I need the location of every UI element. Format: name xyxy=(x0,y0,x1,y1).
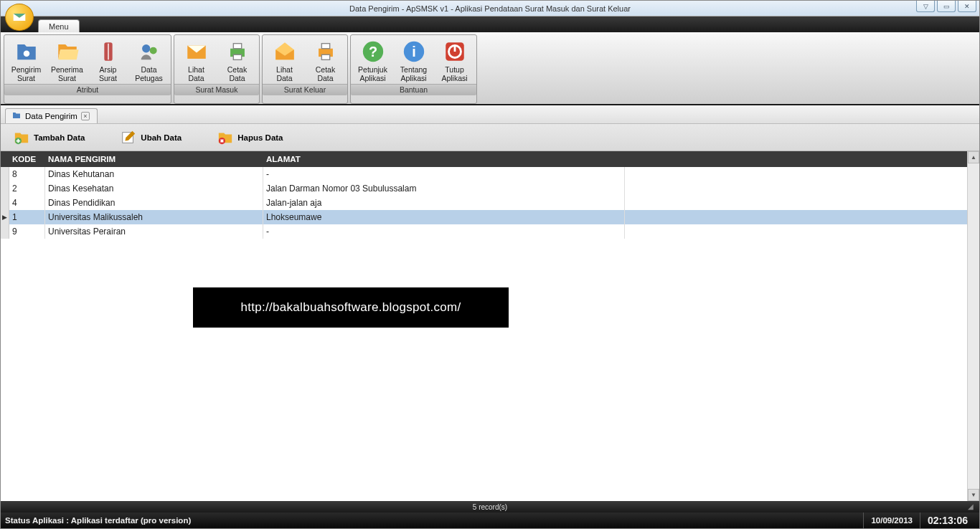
close-button[interactable]: ✕ xyxy=(958,1,976,12)
minimize-button[interactable]: ▽ xyxy=(916,1,935,12)
edit-icon xyxy=(121,130,136,146)
svg-text:?: ? xyxy=(368,44,377,59)
grid-header: KODE NAMA PENGIRIM ALAMAT xyxy=(1,151,967,167)
table-row[interactable]: ▶1Universitas MalikussalehLhokseumawe xyxy=(1,210,967,224)
row-indicator xyxy=(1,196,9,210)
ribbon-group-atribut: Pengirim SuratPenerima SuratArsip SuratD… xyxy=(4,34,171,104)
users-icon xyxy=(136,39,162,65)
table-row[interactable]: 2Dinas KesehatanJalan Darman Nomor 03 Su… xyxy=(1,181,967,196)
tab-data-pengirim[interactable]: Data Pengirim × xyxy=(5,108,98,123)
menu-tab[interactable]: Menu xyxy=(38,19,80,32)
ribbon-group-label: Surat Masuk xyxy=(174,84,259,95)
ribbon-lihat-data[interactable]: Lihat Data xyxy=(176,37,217,84)
status-time: 02:13:06 xyxy=(920,513,975,528)
delete-icon xyxy=(217,130,233,146)
add-label: Tambah Data xyxy=(34,133,85,142)
vertical-scrollbar[interactable]: ▲ ▼ xyxy=(967,151,979,501)
help-icon: ? xyxy=(360,39,386,65)
ribbon-group-bantuan: ?Petunjuk AplikasiiTentang AplikasiTutup… xyxy=(350,34,477,104)
ribbon-label: Data Petugas xyxy=(135,66,163,82)
ribbon-penerima-surat[interactable]: Penerima Surat xyxy=(47,37,88,84)
row-indicator xyxy=(1,181,9,196)
header-kode[interactable]: KODE xyxy=(9,155,45,163)
records-count: 5 record(s) xyxy=(473,503,507,511)
ribbon-label: Lihat Data xyxy=(276,66,293,82)
records-bar: 5 record(s) ◢ xyxy=(1,501,979,513)
table-row[interactable]: 9Universitas Perairan- xyxy=(1,224,967,239)
maximize-button[interactable]: ▭ xyxy=(937,1,956,12)
ribbon-label: Tentang Aplikasi xyxy=(400,66,427,82)
ribbon-lihat-data[interactable]: Lihat Data xyxy=(264,37,305,84)
titlebar: Data Pengirim - ApSMSK v1 - Aplikasi Pen… xyxy=(1,1,979,16)
printer-icon xyxy=(225,39,250,65)
cell-alamat: - xyxy=(263,167,625,181)
app-header: Menu xyxy=(1,16,979,32)
ribbon-label: Arsip Surat xyxy=(99,66,117,82)
cell-nama: Dinas Kesehatan xyxy=(45,181,263,196)
status-date: 10/09/2013 xyxy=(863,513,920,528)
header-alamat[interactable]: ALAMAT xyxy=(263,155,625,163)
cell-kode: 2 xyxy=(9,181,45,196)
ribbon-tentang-aplikasi[interactable]: iTentang Aplikasi xyxy=(393,37,434,84)
cell-alamat: - xyxy=(263,224,625,239)
table-row[interactable]: 4Dinas PendidikanJalan-jalan aja xyxy=(1,196,967,210)
ribbon-group-surat-keluar: Lihat DataCetak DataSurat Keluar xyxy=(262,34,348,104)
ribbon-pengirim-surat[interactable]: Pengirim Surat xyxy=(6,37,47,84)
window-title: Data Pengirim - ApSMSK v1 - Aplikasi Pen… xyxy=(349,4,631,13)
row-indicator xyxy=(1,224,9,239)
header-nama[interactable]: NAMA PENGIRIM xyxy=(45,155,263,163)
toolbar: Tambah Data Ubah Data Hapus Data xyxy=(1,124,979,151)
printer-orange-icon xyxy=(313,39,339,65)
document-tabs: Data Pengirim × xyxy=(1,105,979,124)
ribbon-cetak-data[interactable]: Cetak Data xyxy=(305,37,346,84)
add-button[interactable]: Tambah Data xyxy=(14,130,85,146)
folder-open-icon xyxy=(55,39,80,65)
ribbon-label: Penerima Surat xyxy=(51,66,83,82)
ribbon-label: Lihat Data xyxy=(188,66,204,82)
ribbon-group-label: Surat Keluar xyxy=(263,84,347,95)
zipper-icon xyxy=(95,39,121,65)
svg-rect-8 xyxy=(321,44,329,49)
cell-nama: Universitas Perairan xyxy=(45,224,263,239)
svg-rect-5 xyxy=(233,44,241,49)
cell-nama: Dinas Pendidikan xyxy=(45,196,263,210)
status-text: Status Aplikasi : Aplikasi terdaftar (pr… xyxy=(5,516,191,525)
cell-kode: 9 xyxy=(9,224,45,239)
ribbon-arsip-surat[interactable]: Arsip Surat xyxy=(88,37,128,84)
data-grid[interactable]: KODE NAMA PENGIRIM ALAMAT 8Dinas Kehutan… xyxy=(1,151,967,501)
ribbon-cetak-data[interactable]: Cetak Data xyxy=(217,37,258,84)
cell-nama: Dinas Kehutanan xyxy=(45,167,263,181)
svg-point-0 xyxy=(23,51,29,57)
cell-alamat: Jalan Darman Nomor 03 Subulussalam xyxy=(263,181,625,196)
cell-kode: 1 xyxy=(9,210,45,224)
ribbon-data-petugas[interactable]: Data Petugas xyxy=(128,37,169,84)
tab-close-button[interactable]: × xyxy=(81,112,90,120)
mail-open-icon xyxy=(272,39,298,65)
mail-icon xyxy=(184,39,209,65)
ribbon-label: Cetak Data xyxy=(316,66,335,82)
ribbon-petunjuk-aplikasi[interactable]: ?Petunjuk Aplikasi xyxy=(352,37,393,84)
scroll-up-button[interactable]: ▲ xyxy=(968,151,979,163)
tab-label: Data Pengirim xyxy=(25,112,77,120)
power-icon xyxy=(442,39,468,65)
ribbon-label: Tutup Aplikasi xyxy=(441,66,467,82)
svg-point-2 xyxy=(142,44,150,52)
ribbon-tutup-aplikasi[interactable]: Tutup Aplikasi xyxy=(434,37,475,84)
app-icon[interactable] xyxy=(5,4,34,31)
edit-label: Ubah Data xyxy=(141,133,182,142)
delete-button[interactable]: Hapus Data xyxy=(217,130,283,146)
edit-button[interactable]: Ubah Data xyxy=(121,130,182,146)
svg-rect-6 xyxy=(233,54,241,59)
svg-text:i: i xyxy=(412,44,416,59)
row-indicator xyxy=(1,167,9,181)
info-icon: i xyxy=(401,39,427,65)
scroll-down-button[interactable]: ▼ xyxy=(968,489,979,501)
cell-nama: Universitas Malikussaleh xyxy=(45,210,263,224)
ribbon-label: Petunjuk Aplikasi xyxy=(358,66,387,82)
folder-user-icon xyxy=(14,39,39,65)
folder-icon xyxy=(11,111,22,121)
ribbon: Pengirim SuratPenerima SuratArsip SuratD… xyxy=(1,32,979,105)
ribbon-group-label: Atribut xyxy=(4,84,171,95)
table-row[interactable]: 8Dinas Kehutanan- xyxy=(1,167,967,181)
status-bar: Status Aplikasi : Aplikasi terdaftar (pr… xyxy=(1,513,979,528)
